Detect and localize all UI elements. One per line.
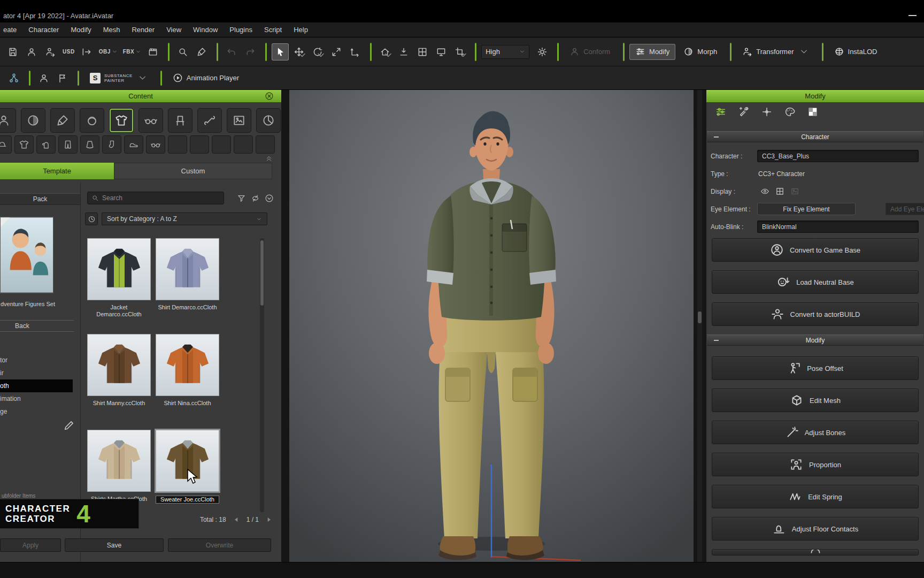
- menu-item-character[interactable]: Character: [22, 26, 65, 34]
- attribute-sliders-icon[interactable]: [712, 104, 730, 119]
- render-icon[interactable]: [144, 43, 161, 60]
- cloth-item[interactable]: Shirt Manny.ccCloth: [87, 334, 151, 414]
- layout-grid-icon[interactable]: [414, 43, 431, 60]
- prev-page-icon[interactable]: [233, 516, 240, 523]
- socks-subcategory-icon[interactable]: [102, 135, 121, 154]
- tab-template[interactable]: Template: [0, 163, 114, 179]
- scene-hierarchy-icon[interactable]: [5, 70, 22, 87]
- mesh-display-icon[interactable]: [772, 186, 787, 197]
- pack-category-item[interactable]: oth: [0, 379, 73, 392]
- glasses-subcategory-icon[interactable]: [146, 135, 165, 154]
- paint-icon[interactable]: [193, 43, 210, 60]
- texture-checker-icon[interactable]: [804, 104, 822, 119]
- edit-pencil-icon[interactable]: [63, 420, 75, 431]
- auto-blink-value-field[interactable]: BlinkNormal: [757, 220, 919, 233]
- adjust-floor-contacts-button[interactable]: Adjust Floor Contacts: [712, 517, 919, 541]
- character-value-field[interactable]: CC3_Base_Plus: [757, 150, 919, 162]
- brightness-icon[interactable]: [534, 43, 551, 60]
- filter-icon[interactable]: [234, 192, 248, 204]
- furniture-category-icon[interactable]: [168, 108, 192, 133]
- search-input[interactable]: Search: [87, 192, 224, 204]
- add-eye-element-button[interactable]: Add Eye Elem: [886, 203, 924, 215]
- convert-to-actorbuild-button[interactable]: Convert to actorBUILD: [712, 302, 919, 326]
- save-icon[interactable]: [4, 43, 21, 60]
- tops-subcategory-icon[interactable]: [14, 135, 34, 154]
- quality-dropdown[interactable]: High: [481, 45, 529, 59]
- undo-icon[interactable]: [223, 43, 240, 60]
- avatar-setup-icon[interactable]: [35, 70, 52, 87]
- menu-item-plugins[interactable]: Plugins: [224, 26, 258, 34]
- cloth-item[interactable]: Shirts Martha.ccCloth: [87, 430, 151, 510]
- avatar-category-icon[interactable]: [0, 108, 16, 133]
- transform-icon[interactable]: [758, 104, 776, 119]
- proportion-button[interactable]: Proportion: [712, 453, 919, 476]
- pivot-tool-icon[interactable]: [346, 43, 364, 60]
- character-section-header[interactable]: Character: [707, 131, 923, 142]
- animation-category-icon[interactable]: [197, 108, 222, 133]
- convert-to-game-base-button[interactable]: Convert to Game Base: [712, 238, 919, 262]
- menu-item-mesh[interactable]: Mesh: [97, 26, 126, 34]
- menu-item-modify[interactable]: Modify: [65, 26, 97, 34]
- back-button[interactable]: Back: [0, 320, 74, 332]
- modify-mode-button[interactable]: Modify: [629, 44, 675, 60]
- modify-section-header[interactable]: Modify: [707, 334, 923, 346]
- makeup-category-icon[interactable]: [50, 108, 75, 133]
- clipped-tool-button[interactable]: [712, 549, 919, 556]
- cloth-item[interactable]: Jacket Demarco.ccCloth: [87, 238, 151, 318]
- grid-scrollbar-thumb[interactable]: [260, 240, 264, 306]
- minimize-icon[interactable]: [908, 15, 917, 16]
- scene-category-icon[interactable]: [227, 108, 251, 133]
- shoes-subcategory-icon[interactable]: [124, 135, 143, 154]
- gloves-subcategory-icon[interactable]: [36, 135, 56, 154]
- menu-item-render[interactable]: Render: [126, 26, 160, 34]
- pose-offset-button[interactable]: Pose Offset: [712, 356, 919, 380]
- load-neutral-base-button[interactable]: Load Neutral Base: [712, 270, 919, 294]
- cloth-category-icon[interactable]: [109, 108, 134, 133]
- pack-category-item[interactable]: tor: [0, 354, 73, 367]
- scale-tool-icon[interactable]: [328, 43, 345, 60]
- pack-category-item[interactable]: ir: [0, 367, 73, 379]
- bottoms-subcategory-icon[interactable]: [58, 135, 78, 154]
- collapse-icon[interactable]: [265, 155, 273, 162]
- recent-sort-icon[interactable]: [85, 212, 98, 225]
- pack-thumbnail[interactable]: [0, 217, 53, 293]
- edit-mesh-button[interactable]: Edit Mesh: [712, 389, 919, 412]
- bounds-display-icon[interactable]: [787, 186, 802, 197]
- move-tool-icon[interactable]: [290, 43, 307, 60]
- empty-subcategory-slot[interactable]: [190, 135, 209, 154]
- edit-spring-button[interactable]: Edit Spring: [712, 485, 919, 508]
- import-content-icon[interactable]: [395, 43, 412, 60]
- menu-item-window[interactable]: Window: [187, 26, 224, 34]
- morph-mode-button[interactable]: Morph: [677, 44, 723, 60]
- menu-item-help[interactable]: Help: [288, 26, 314, 34]
- export-icon[interactable]: [78, 43, 95, 60]
- material-palette-icon[interactable]: [781, 104, 799, 119]
- visibility-eye-icon[interactable]: [757, 186, 772, 197]
- fix-eye-element-button[interactable]: Fix Eye Element: [757, 203, 856, 215]
- refresh-icon[interactable]: [248, 192, 262, 204]
- modify-panel-scrollbar[interactable]: [697, 90, 702, 562]
- conform-button[interactable]: Conform: [564, 44, 616, 60]
- redo-icon[interactable]: [242, 43, 259, 60]
- export-motion-icon[interactable]: [42, 43, 59, 60]
- menu-item-script[interactable]: Script: [258, 26, 288, 34]
- flag-icon[interactable]: [54, 70, 71, 87]
- empty-subcategory-slot[interactable]: [212, 135, 231, 154]
- tab-custom[interactable]: Custom: [114, 163, 272, 179]
- capture-icon[interactable]: [451, 43, 468, 60]
- instalod-button[interactable]: InstaLOD: [828, 44, 883, 60]
- select-tool-icon[interactable]: [272, 43, 289, 60]
- viewport[interactable]: [289, 90, 694, 562]
- empty-subcategory-slot[interactable]: [234, 135, 253, 154]
- rotate-tool-icon[interactable]: [309, 43, 326, 60]
- fullscreen-icon[interactable]: [433, 43, 450, 60]
- transformer-button[interactable]: Transformer: [736, 44, 814, 60]
- hats-subcategory-icon[interactable]: [0, 135, 12, 154]
- fbx-export-button[interactable]: FBX: [121, 43, 144, 60]
- adjust-bones-button[interactable]: Adjust Bones: [712, 421, 919, 444]
- hair-category-icon[interactable]: [80, 108, 104, 133]
- expand-more-icon[interactable]: [262, 192, 276, 204]
- substance-painter-button[interactable]: S SUBSTANCEPAINTER: [84, 70, 153, 86]
- empty-subcategory-slot[interactable]: [256, 135, 275, 154]
- accessory-category-icon[interactable]: [138, 108, 163, 133]
